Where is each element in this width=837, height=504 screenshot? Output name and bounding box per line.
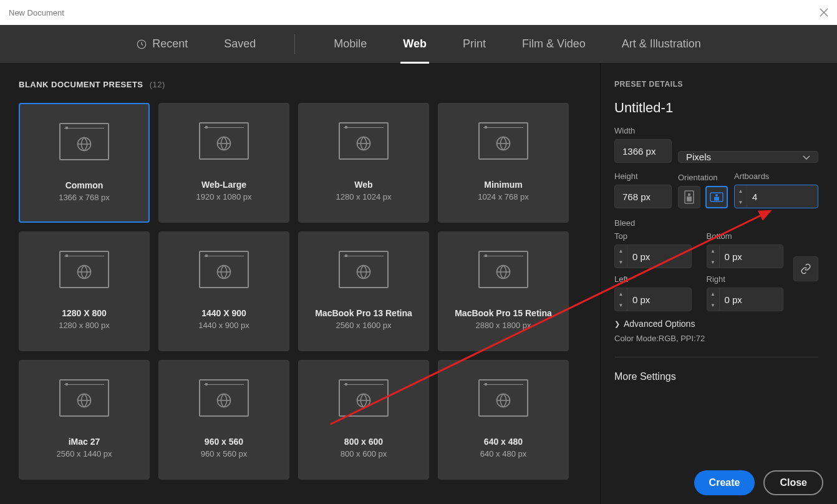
presets-count: (12) [150, 80, 165, 89]
window-title: New Document [9, 8, 64, 17]
preset-dimensions: 1280 x 1024 px [336, 192, 392, 201]
preset-card[interactable]: MacBook Pro 13 Retina2560 x 1600 px [298, 231, 429, 351]
width-input[interactable]: 1366 px [614, 139, 672, 163]
globe-icon [495, 135, 512, 152]
close-icon [820, 8, 828, 17]
globe-icon [355, 135, 372, 152]
bleed-label: Bleed [614, 218, 818, 228]
step-down[interactable]: ▼ [707, 299, 719, 311]
preset-card[interactable]: Web-Large1920 x 1080 px [158, 103, 289, 223]
presets-header: BLANK DOCUMENT PRESETS (12) [19, 80, 583, 89]
preset-title: Web [354, 180, 372, 190]
tab-recent-label: Recent [152, 37, 188, 51]
preset-dimensions: 640 x 480 px [480, 449, 526, 458]
tab-web-label: Web [403, 37, 427, 51]
preset-details-title: PRESET DETAILS [614, 80, 818, 89]
preset-thumbnail [478, 379, 528, 417]
orientation-label: Orientation [678, 173, 728, 182]
preset-title: Common [65, 180, 104, 190]
preset-thumbnail [199, 251, 249, 288]
units-select[interactable]: Pixels [678, 151, 818, 163]
orientation-landscape-button[interactable] [705, 186, 728, 208]
height-input[interactable]: 768 px [614, 185, 672, 208]
tab-separator [294, 34, 295, 54]
preset-thumbnail [199, 379, 249, 417]
globe-icon [495, 263, 512, 281]
window-close-button[interactable] [820, 8, 828, 17]
globe-icon [355, 263, 372, 281]
globe-icon [75, 392, 93, 409]
globe-icon [215, 392, 233, 409]
step-up[interactable]: ▲ [615, 245, 627, 256]
preset-card[interactable]: Minimum1024 x 768 px [438, 103, 569, 223]
bleed-bottom-value: 0 px [720, 245, 783, 268]
preset-dimensions: 1366 x 768 px [59, 193, 110, 202]
bleed-right-input[interactable]: ▲▼ 0 px [707, 288, 784, 311]
bleed-bottom-input[interactable]: ▲▼ 0 px [707, 245, 784, 268]
orientation-portrait-button[interactable] [678, 186, 700, 208]
bleed-right-value: 0 px [720, 288, 783, 311]
close-button[interactable]: Close [763, 470, 823, 495]
units-label [678, 138, 818, 147]
advanced-options-toggle[interactable]: ❯ Advanced Options [614, 319, 818, 329]
preset-thumbnail [339, 379, 389, 417]
preset-title: 1280 X 800 [62, 308, 107, 318]
globe-icon [355, 392, 372, 409]
preset-card[interactable]: 1440 X 9001440 x 900 px [158, 231, 289, 351]
units-value: Pixels [686, 152, 711, 162]
artboards-step-up[interactable]: ▲ [735, 185, 747, 196]
more-settings-button[interactable]: More Settings [614, 371, 818, 382]
bleed-left-label: Left [614, 274, 692, 284]
bleed-top-input[interactable]: ▲▼ 0 px [614, 245, 692, 268]
tab-film[interactable]: Film & Video [520, 25, 588, 63]
tab-recent[interactable]: Recent [133, 25, 190, 63]
tab-web[interactable]: Web [400, 25, 429, 63]
tab-print-label: Print [463, 37, 486, 51]
svg-rect-17 [687, 196, 692, 201]
preset-dimensions: 2880 x 1800 px [476, 321, 531, 330]
preset-thumbnail [339, 251, 389, 288]
bleed-link-button[interactable] [793, 256, 818, 281]
bleed-left-input[interactable]: ▲▼ 0 px [614, 288, 692, 311]
globe-icon [215, 135, 233, 152]
portrait-icon [684, 190, 695, 204]
tab-mobile[interactable]: Mobile [331, 25, 369, 63]
step-up[interactable]: ▲ [707, 288, 719, 299]
preset-card[interactable]: 640 x 480640 x 480 px [438, 360, 569, 480]
artboards-value: 4 [747, 185, 818, 208]
main-content: BLANK DOCUMENT PRESETS (12) Common1366 x… [0, 64, 837, 504]
preset-title: 640 x 480 [484, 437, 523, 447]
preset-card[interactable]: 1280 X 8001280 x 800 px [19, 231, 150, 351]
step-down[interactable]: ▼ [707, 256, 719, 268]
preset-card[interactable]: 800 x 600800 x 600 px [298, 360, 429, 480]
color-mode-info: Color Mode:RGB, PPI:72 [614, 334, 818, 343]
landscape-icon [710, 191, 723, 203]
artboards-label: Artboards [734, 172, 818, 181]
step-up[interactable]: ▲ [615, 288, 627, 299]
svg-rect-20 [714, 197, 719, 201]
step-down[interactable]: ▼ [615, 256, 627, 268]
preset-title: iMac 27 [69, 437, 100, 447]
preset-dimensions: 1440 x 900 px [198, 321, 249, 330]
artboards-input[interactable]: ▲ ▼ 4 [734, 185, 818, 208]
presets-pane: BLANK DOCUMENT PRESETS (12) Common1366 x… [0, 64, 600, 504]
preset-card[interactable]: MacBook Pro 15 Retina2880 x 1800 px [438, 231, 569, 351]
presets-header-label: BLANK DOCUMENT PRESETS [19, 80, 143, 89]
preset-card[interactable]: Common1366 x 768 px [19, 103, 150, 223]
preset-card[interactable]: iMac 272560 x 1440 px [19, 360, 150, 480]
create-button[interactable]: Create [694, 470, 755, 495]
step-up[interactable]: ▲ [707, 245, 719, 256]
globe-icon [75, 135, 93, 153]
tab-print[interactable]: Print [460, 25, 488, 63]
artboards-step-down[interactable]: ▼ [735, 196, 747, 208]
document-name[interactable]: Untitled-1 [614, 100, 818, 116]
preset-dimensions: 800 x 600 px [341, 449, 387, 458]
preset-card[interactable]: 960 x 560960 x 560 px [158, 360, 289, 480]
tab-saved[interactable]: Saved [221, 25, 258, 63]
step-down[interactable]: ▼ [615, 299, 627, 311]
width-value: 1366 px [622, 146, 656, 157]
clock-icon [136, 39, 147, 50]
tab-art[interactable]: Art & Illustration [619, 25, 704, 63]
preset-card[interactable]: Web1280 x 1024 px [298, 103, 429, 223]
bleed-bottom-label: Bottom [707, 231, 784, 241]
